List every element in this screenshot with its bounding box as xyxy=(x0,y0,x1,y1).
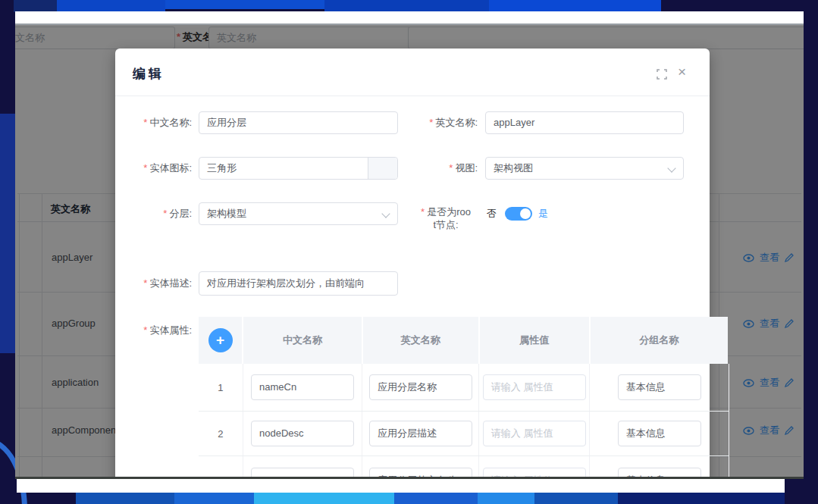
app-screenshot: 中文名称 *英文名 英文名称 英文名称 appLayer appGroup ap… xyxy=(15,11,804,493)
page-background: 中文名称 *英文名 英文名称 英文名称 appLayer appGroup ap… xyxy=(15,23,804,479)
en-name-field[interactable]: appLayer xyxy=(485,111,684,134)
frame-accent xyxy=(489,0,661,12)
attr-group-input[interactable]: 基本信息 xyxy=(618,421,701,446)
toggle-knob xyxy=(520,208,531,219)
frame-accent xyxy=(14,0,57,12)
attribute-row: 1 nameCn 应用分层名称 请输入 属性值 基本信息 xyxy=(199,364,729,412)
frame-accent xyxy=(165,0,324,9)
attr-cn-input[interactable]: nameEn xyxy=(251,468,354,479)
layer-label: *分层: xyxy=(120,202,192,225)
frame-accent xyxy=(534,493,618,504)
cn-name-field[interactable]: 应用分层 xyxy=(199,111,398,134)
en-name-label: *英文名称: xyxy=(406,111,478,134)
is-root-label: *是否为roo t节点: xyxy=(412,205,479,231)
column-header-value: 属性值 xyxy=(480,317,589,364)
column-header-group: 分组名称 xyxy=(591,317,728,364)
attribute-row: 2 nodeDesc 应用分层描述 请输入 属性值 基本信息 xyxy=(199,412,729,456)
entity-icon-label: *实体图标: xyxy=(120,157,192,180)
column-header-en: 英文名称 xyxy=(363,317,478,364)
attr-en-input[interactable]: 应用分层英文名称 xyxy=(369,468,472,479)
attr-en-input[interactable]: 应用分层描述 xyxy=(369,421,472,446)
frame-accent xyxy=(618,493,785,504)
app-topbar xyxy=(15,11,804,23)
row-number: 2 xyxy=(218,428,223,440)
entity-icon-field[interactable]: 三角形 xyxy=(199,157,398,180)
attributes-table: + 中文名称 英文名称 属性值 分组名称 1 nameCn 应用分层名称 请输入… xyxy=(199,317,729,479)
decorative-frame: 中文名称 *英文名 英文名称 英文名称 appLayer appGroup ap… xyxy=(0,0,818,504)
chevron-down-icon xyxy=(381,209,390,218)
edit-modal: 编辑 × *中文名称: 应用分层 *英文名称: appLayer *实体图标: … xyxy=(115,49,710,479)
frame-accent xyxy=(174,493,254,504)
entity-desc-field[interactable]: 对应用进行架构层次划分，由前端向 xyxy=(199,271,398,296)
cn-name-label: *中文名称: xyxy=(120,111,192,134)
column-header-cn: 中文名称 xyxy=(243,317,362,364)
attribute-row: 3 nameEn 应用分层英文名称 请输入 属性值 基本信息 xyxy=(199,456,729,479)
fullscreen-icon[interactable] xyxy=(657,69,667,80)
attributes-table-header: + 中文名称 英文名称 属性值 分组名称 xyxy=(199,317,729,364)
view-select[interactable]: 架构视图 xyxy=(485,157,684,180)
modal-title: 编辑 xyxy=(133,65,165,83)
attr-value-input[interactable]: 请输入 属性值 xyxy=(483,421,586,446)
frame-accent xyxy=(0,114,15,353)
icon-picker-button[interactable] xyxy=(368,158,397,179)
divider xyxy=(115,95,710,96)
layer-select[interactable]: 架构模型 xyxy=(199,202,398,225)
frame-accent xyxy=(394,493,478,504)
attr-value-input[interactable]: 请输入 属性值 xyxy=(483,468,586,479)
frame-accent xyxy=(478,493,534,504)
attr-cn-input[interactable]: nameCn xyxy=(251,374,354,400)
frame-accent xyxy=(76,493,174,504)
switch-on-label: 是 xyxy=(538,202,548,225)
chevron-down-icon xyxy=(667,164,675,172)
attr-en-input[interactable]: 应用分层名称 xyxy=(369,374,472,400)
row-number: 1 xyxy=(218,382,223,393)
attr-value-input[interactable]: 请输入 属性值 xyxy=(483,374,586,400)
attr-cn-input[interactable]: nodeDesc xyxy=(251,421,354,446)
app-bottombar xyxy=(17,479,785,493)
attr-group-input[interactable]: 基本信息 xyxy=(618,374,701,400)
frame-accent xyxy=(324,0,489,12)
close-icon[interactable]: × xyxy=(678,64,686,80)
attr-group-input[interactable]: 基本信息 xyxy=(618,468,701,479)
view-label: *视图: xyxy=(406,157,478,180)
entity-attrs-label: *实体属性: xyxy=(120,319,192,342)
add-attribute-button[interactable]: + xyxy=(208,328,233,352)
switch-off-label: 否 xyxy=(487,202,497,225)
is-root-toggle[interactable] xyxy=(505,207,532,221)
frame-accent xyxy=(254,493,394,504)
entity-desc-label: *实体描述: xyxy=(120,272,192,295)
frame-accent xyxy=(57,0,165,12)
